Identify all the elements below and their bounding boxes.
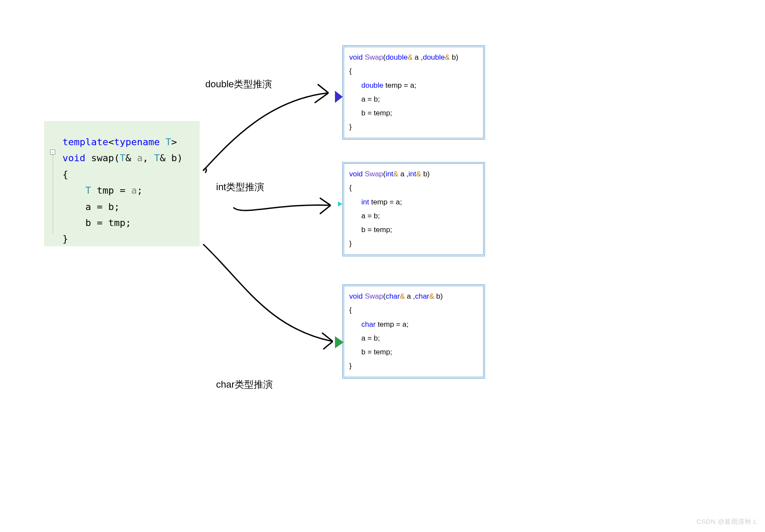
instance-char-brace-open: {: [349, 303, 478, 317]
instance-int-brace-open: {: [349, 181, 478, 195]
instance-int-body1: int temp = a;: [349, 195, 478, 209]
template-body-2: a = b;: [51, 199, 193, 215]
marker-triangle-blue: [335, 91, 343, 103]
template-brace-close: }: [51, 231, 193, 247]
instance-char-sig: void Swap(char& a ,char& b): [349, 290, 478, 303]
instance-double-box: void Swap(double& a ,double& b) { double…: [342, 45, 485, 140]
instance-char-body3: b = temp;: [349, 345, 478, 359]
instance-int-brace-close: }: [349, 237, 478, 251]
instance-int-body3: b = temp;: [349, 223, 478, 237]
instance-double-body3: b = temp;: [349, 106, 478, 120]
marker-triangle-cyan: [338, 201, 342, 207]
label-int: int类型推演: [216, 181, 264, 194]
instance-double-body2: a = b;: [349, 92, 478, 106]
instance-char-body1: char temp = a;: [349, 318, 478, 331]
template-body-1: T tmp = a;: [51, 182, 193, 198]
marker-triangle-green: [335, 336, 344, 348]
instance-double-brace-close: }: [349, 120, 478, 134]
instance-double-sig: void Swap(double& a ,double& b): [349, 51, 478, 64]
instance-int-body2: a = b;: [349, 209, 478, 223]
watermark: CSDN @暮雨清秋.L: [697, 518, 757, 526]
instance-char-brace-close: }: [349, 359, 478, 373]
label-double: double类型推演: [205, 78, 272, 91]
template-line-1: template<typename T>: [51, 134, 193, 150]
template-body-3: b = tmp;: [51, 215, 193, 231]
instance-double-body1: double temp = a;: [349, 79, 478, 92]
template-brace-open: {: [51, 166, 193, 182]
instance-char-box: void Swap(char& a ,char& b) { char temp …: [342, 284, 485, 379]
template-code-box: - template<typename T> void swap(T& a, T…: [44, 121, 200, 246]
template-line-2: void swap(T& a, T& b): [51, 150, 193, 166]
instance-int-box: void Swap(int& a ,int& b) { int temp = a…: [342, 162, 485, 256]
indent-guide: [53, 155, 53, 233]
instance-char-body2: a = b;: [349, 331, 478, 345]
instance-int-sig: void Swap(int& a ,int& b): [349, 167, 478, 181]
label-char: char类型推演: [216, 378, 273, 391]
collapse-icon: -: [50, 150, 55, 155]
instance-double-brace-open: {: [349, 64, 478, 78]
